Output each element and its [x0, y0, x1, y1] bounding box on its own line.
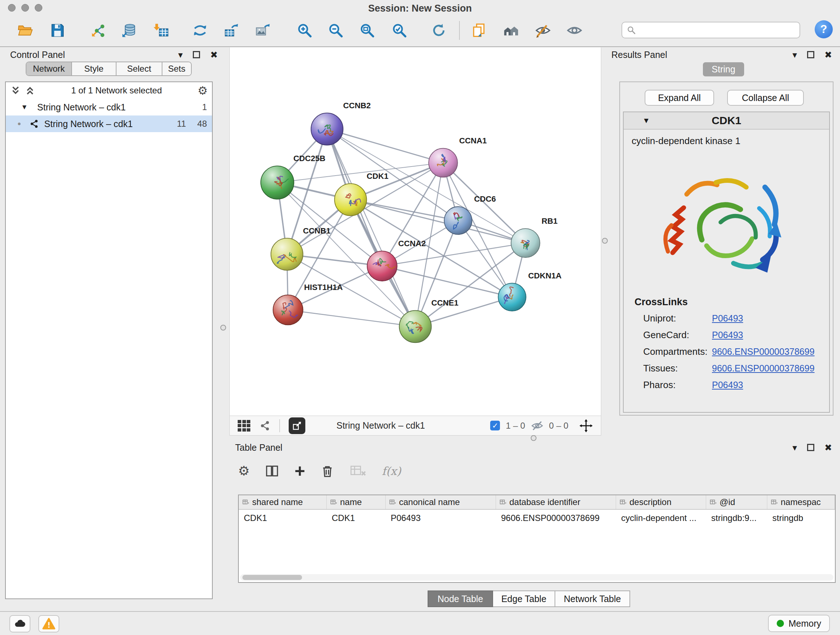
network-node-ccna1[interactable]: CCNA1 — [429, 136, 487, 177]
results-panel-menu-icon[interactable]: ▾ — [792, 50, 797, 60]
network-row[interactable]: ● String Network – cdk1 11 48 — [6, 116, 212, 132]
add-column-button[interactable]: + — [294, 462, 305, 480]
string-labels-button[interactable] — [534, 19, 553, 41]
collapse-section-icon[interactable]: ▼ — [643, 116, 650, 125]
toolbar-separator — [279, 419, 280, 432]
apply-layout-button[interactable] — [429, 19, 448, 41]
network-node-ccnb1[interactable]: CCNB1 — [271, 226, 331, 271]
control-panel-title: Control Panel — [10, 50, 65, 60]
network-node-hist1h1a[interactable]: HIST1H1A — [273, 283, 343, 325]
open-folder-icon — [17, 22, 34, 39]
close-window-button[interactable] — [8, 4, 16, 11]
horizontal-scrollbar-track — [240, 574, 834, 581]
save-session-button[interactable] — [48, 19, 67, 41]
network-graph[interactable]: CCNB2CCNA1CDC25BCDK1CDC6RB1CCNB1CCNA2CDK… — [230, 48, 601, 416]
network-canvas[interactable]: CCNB2CCNA1CDC25BCDK1CDC6RB1CCNB1CCNA2CDK… — [229, 48, 601, 416]
zoom-selected-button[interactable] — [390, 19, 409, 41]
collection-disclosure-icon[interactable]: ▼ — [21, 103, 28, 111]
maximize-window-button[interactable] — [35, 4, 42, 11]
expand-all-icon[interactable] — [25, 85, 35, 96]
tab-node-table[interactable]: Node Table — [428, 591, 493, 607]
move-crosshair-icon[interactable] — [579, 419, 593, 432]
tab-style[interactable]: Style — [72, 62, 117, 75]
import-network-file-button[interactable] — [89, 19, 108, 41]
zoom-fit-button[interactable] — [358, 19, 377, 41]
show-columns-button[interactable] — [265, 464, 279, 478]
import-network-database-button[interactable] — [120, 19, 139, 41]
collapse-all-button[interactable]: Collapse All — [727, 90, 804, 106]
column-header-description[interactable]: description — [616, 495, 706, 509]
network-node-ccne1[interactable]: CCNE1 — [399, 298, 459, 342]
column-type-icon — [242, 499, 249, 505]
tab-network-table[interactable]: Network Table — [555, 591, 630, 607]
table-settings-button[interactable]: ⚙ — [238, 463, 249, 478]
memory-button[interactable]: Memory — [768, 615, 830, 632]
export-network-button[interactable] — [191, 19, 210, 41]
search-input[interactable] — [639, 25, 795, 35]
results-panel-float-icon[interactable] — [807, 51, 814, 58]
export-image-button[interactable] — [253, 19, 272, 41]
network-collection-row[interactable]: ▼ String Network – cdk1 1 — [6, 99, 212, 116]
zoom-in-button[interactable] — [295, 19, 314, 41]
left-splitter-handle[interactable] — [220, 325, 226, 331]
tab-edge-table[interactable]: Edge Table — [493, 591, 555, 607]
delete-table-button[interactable] — [350, 464, 366, 478]
network-options-gear-icon[interactable]: ⚙ — [197, 84, 208, 97]
control-panel-float-icon[interactable] — [193, 51, 200, 58]
table-panel-close-icon[interactable]: ✖ — [824, 442, 832, 453]
tab-network[interactable]: Network — [27, 62, 72, 75]
houses-icon — [503, 22, 519, 38]
column-header-at-id[interactable]: @id — [706, 495, 767, 509]
minimize-window-button[interactable] — [21, 4, 29, 11]
crosslink-tissues-link[interactable]: 9606.ENSP00000378699 — [712, 363, 815, 374]
protein-structure-image — [651, 152, 802, 293]
warnings-button[interactable] — [38, 615, 59, 632]
hidden-eye-slash-icon[interactable] — [531, 420, 543, 432]
string-structures-button[interactable] — [565, 19, 584, 41]
column-header-label: namespac — [781, 497, 821, 507]
open-session-button[interactable] — [16, 19, 35, 41]
birdseye-view-icon[interactable] — [238, 420, 250, 432]
control-panel-close-icon[interactable]: ✖ — [210, 50, 218, 60]
crosslink-pharos-link[interactable]: P06493 — [712, 380, 743, 390]
import-table-icon — [153, 22, 169, 38]
open-documents-button[interactable] — [470, 19, 488, 41]
expand-all-button[interactable]: Expand All — [645, 90, 714, 106]
open-in-window-button[interactable] — [289, 417, 305, 434]
result-card-header[interactable]: ▼ CDK1 — [624, 112, 829, 130]
zoom-out-button[interactable] — [326, 19, 345, 41]
column-header-name[interactable]: name — [327, 495, 386, 509]
horizontal-splitter-handle[interactable] — [531, 435, 537, 441]
column-header-canonical-name[interactable]: canonical name — [386, 495, 496, 509]
horizontal-scrollbar-thumb[interactable] — [242, 575, 302, 580]
table-row[interactable]: CDK1CDK1P064939606.ENSP00000378699cyclin… — [239, 510, 835, 526]
tab-select[interactable]: Select — [117, 62, 163, 75]
crosslink-uniprot-link[interactable]: P06493 — [712, 313, 743, 324]
right-splitter-handle[interactable] — [602, 238, 608, 244]
network-node-cdkn1a[interactable]: CDKN1A — [498, 271, 561, 311]
collapse-all-icon[interactable] — [10, 85, 21, 96]
results-panel-close-icon[interactable]: ✖ — [824, 50, 832, 60]
tab-sets[interactable]: Sets — [163, 62, 191, 75]
crosslink-genecard-link[interactable]: P06493 — [712, 330, 743, 340]
table-cell: P06493 — [386, 510, 496, 526]
import-table-button[interactable] — [152, 19, 171, 41]
share-network-icon[interactable] — [259, 420, 271, 432]
selected-checkbox-icon[interactable]: ✓ — [490, 421, 500, 431]
control-panel-menu-icon[interactable]: ▾ — [178, 50, 183, 60]
table-panel-float-icon[interactable] — [807, 444, 814, 451]
delete-column-button[interactable] — [320, 464, 335, 478]
column-header-shared-name[interactable]: shared name — [239, 495, 327, 509]
crosslink-row: GeneCard:P06493 — [624, 326, 829, 343]
string-confidence-button[interactable] — [502, 19, 521, 41]
crosslink-compartments-link[interactable]: 9606.ENSP00000378699 — [712, 347, 815, 357]
table-panel-menu-icon[interactable]: ▾ — [792, 442, 797, 453]
function-builder-button[interactable]: f(x) — [382, 464, 401, 478]
tab-string[interactable]: String — [703, 62, 744, 76]
network-node-rb1[interactable]: RB1 — [511, 217, 558, 257]
column-header-database-identifier[interactable]: database identifier — [496, 495, 616, 509]
column-header-namespac[interactable]: namespac — [767, 495, 835, 509]
cloud-status-button[interactable] — [9, 615, 30, 632]
help-button[interactable]: ? — [815, 20, 833, 38]
export-table-button[interactable] — [222, 19, 240, 41]
